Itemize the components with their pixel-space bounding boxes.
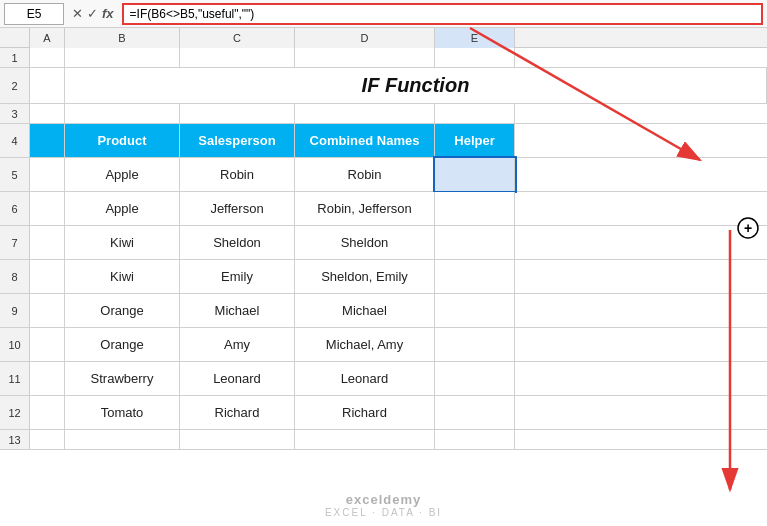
cell-d1[interactable] (295, 48, 435, 67)
cell-e5[interactable] (435, 158, 515, 191)
cell-d12[interactable]: Richard (295, 396, 435, 429)
cell-d3[interactable] (295, 104, 435, 123)
cell-e1[interactable] (435, 48, 515, 67)
cell-b4-product[interactable]: Product (65, 124, 180, 157)
cell-a7[interactable] (30, 226, 65, 259)
cell-a5[interactable] (30, 158, 65, 191)
row-header-4: 4 (0, 124, 30, 157)
spreadsheet: A B C D E 1 2 IF Function (0, 28, 767, 526)
row-13: 13 (0, 430, 767, 450)
cell-d4-combined[interactable]: Combined Names (295, 124, 435, 157)
row-header-5: 5 (0, 158, 30, 191)
row-6: 6 Apple Jefferson Robin, Jefferson (0, 192, 767, 226)
cell-a12[interactable] (30, 396, 65, 429)
cell-c6[interactable]: Jefferson (180, 192, 295, 225)
row-10: 10 Orange Amy Michael, Amy (0, 328, 767, 362)
rows-area: 1 2 IF Function 3 (0, 48, 767, 526)
row-3: 3 (0, 104, 767, 124)
cell-a6[interactable] (30, 192, 65, 225)
formula-input[interactable]: =IF(B6<>B5,"useful","") (122, 3, 763, 25)
confirm-icon[interactable]: ✓ (87, 6, 98, 21)
cell-d6[interactable]: Robin, Jefferson (295, 192, 435, 225)
cancel-icon[interactable]: ✕ (72, 6, 83, 21)
cell-c8[interactable]: Emily (180, 260, 295, 293)
sheet-title: IF Function (65, 74, 766, 97)
cell-e6[interactable] (435, 192, 515, 225)
cell-b6[interactable]: Apple (65, 192, 180, 225)
row-header-13: 13 (0, 430, 30, 449)
row-11: 11 Strawberry Leonard Leonard (0, 362, 767, 396)
cell-c13[interactable] (180, 430, 295, 449)
cell-d13[interactable] (295, 430, 435, 449)
col-header-d[interactable]: D (295, 28, 435, 48)
cell-a11[interactable] (30, 362, 65, 395)
cell-b10[interactable]: Orange (65, 328, 180, 361)
cell-c10[interactable]: Amy (180, 328, 295, 361)
cell-d8[interactable]: Sheldon, Emily (295, 260, 435, 293)
cell-e3[interactable] (435, 104, 515, 123)
col-header-c[interactable]: C (180, 28, 295, 48)
cell-b12[interactable]: Tomato (65, 396, 180, 429)
cell-a1[interactable] (30, 48, 65, 67)
cell-c12[interactable]: Richard (180, 396, 295, 429)
row-header-11: 11 (0, 362, 30, 395)
cell-b9[interactable]: Orange (65, 294, 180, 327)
cell-c4-salesperson[interactable]: Salesperson (180, 124, 295, 157)
cell-d7[interactable]: Sheldon (295, 226, 435, 259)
cell-e13[interactable] (435, 430, 515, 449)
cell-b5[interactable]: Apple (65, 158, 180, 191)
cell-d10[interactable]: Michael, Amy (295, 328, 435, 361)
cell-a4[interactable] (30, 124, 65, 157)
cell-e7[interactable] (435, 226, 515, 259)
excel-window: E5 ✕ ✓ fx =IF(B6<>B5,"useful","") A B C … (0, 0, 767, 526)
cell-e9[interactable] (435, 294, 515, 327)
cell-c9[interactable]: Michael (180, 294, 295, 327)
cell-b8[interactable]: Kiwi (65, 260, 180, 293)
row-header-3: 3 (0, 104, 30, 123)
row-1: 1 (0, 48, 767, 68)
row-header-1: 1 (0, 48, 30, 67)
cell-c1[interactable] (180, 48, 295, 67)
cell-d5[interactable]: Robin (295, 158, 435, 191)
row-header-7: 7 (0, 226, 30, 259)
cell-b7[interactable]: Kiwi (65, 226, 180, 259)
cell-d11[interactable]: Leonard (295, 362, 435, 395)
cell-a8[interactable] (30, 260, 65, 293)
cell-a3[interactable] (30, 104, 65, 123)
cell-d9[interactable]: Michael (295, 294, 435, 327)
cell-e10[interactable] (435, 328, 515, 361)
cell-a2[interactable] (30, 68, 65, 103)
formula-bar: E5 ✕ ✓ fx =IF(B6<>B5,"useful","") (0, 0, 767, 28)
row-header-6: 6 (0, 192, 30, 225)
cell-c3[interactable] (180, 104, 295, 123)
cell-c7[interactable]: Sheldon (180, 226, 295, 259)
cell-a13[interactable] (30, 430, 65, 449)
insert-function-icon[interactable]: fx (102, 6, 114, 21)
col-header-b[interactable]: B (65, 28, 180, 48)
row-2: 2 IF Function (0, 68, 767, 104)
row-8: 8 Kiwi Emily Sheldon, Emily (0, 260, 767, 294)
column-headers: A B C D E (0, 28, 767, 48)
row-7: 7 Kiwi Sheldon Sheldon (0, 226, 767, 260)
cell-e8[interactable] (435, 260, 515, 293)
col-header-a[interactable]: A (30, 28, 65, 48)
cell-a9[interactable] (30, 294, 65, 327)
cell-c11[interactable]: Leonard (180, 362, 295, 395)
cell-b3[interactable] (65, 104, 180, 123)
col-header-e[interactable]: E (435, 28, 515, 48)
cell-e4-helper[interactable]: Helper (435, 124, 515, 157)
cell-e12[interactable] (435, 396, 515, 429)
row-4: 4 Product Salesperson Combined Names Hel… (0, 124, 767, 158)
formula-icons: ✕ ✓ fx (68, 6, 118, 21)
cell-e11[interactable] (435, 362, 515, 395)
cell-b13[interactable] (65, 430, 180, 449)
cell-b11[interactable]: Strawberry (65, 362, 180, 395)
cell-reference-box[interactable]: E5 (4, 3, 64, 25)
cell-b1[interactable] (65, 48, 180, 67)
cell-c5[interactable]: Robin (180, 158, 295, 191)
title-area: IF Function (65, 68, 767, 103)
row-header-10: 10 (0, 328, 30, 361)
corner-spacer (0, 28, 30, 47)
row-header-9: 9 (0, 294, 30, 327)
cell-a10[interactable] (30, 328, 65, 361)
